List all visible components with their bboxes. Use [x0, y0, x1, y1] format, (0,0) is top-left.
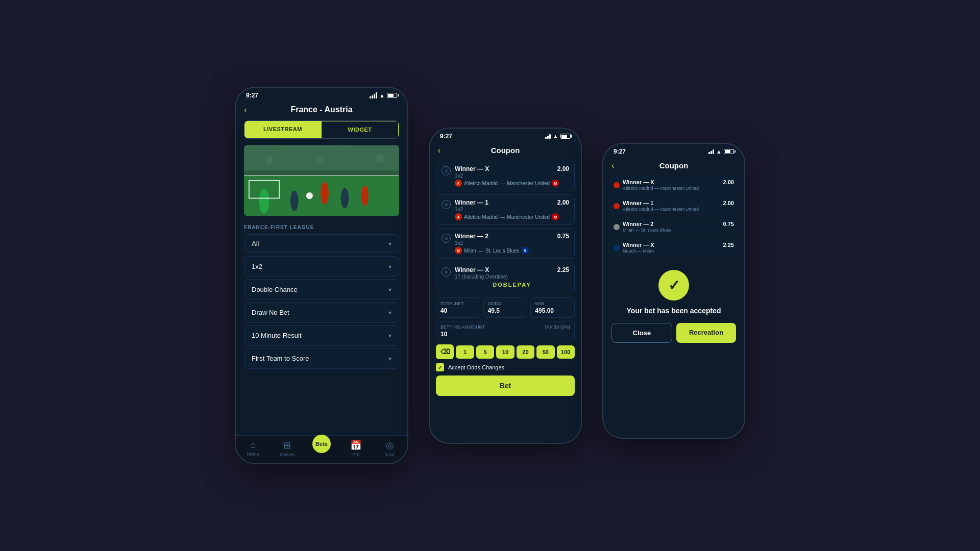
coupon-list-item: Winner — X 2.25 Napoli — Milan — [609, 239, 738, 257]
svg-point-13 — [280, 154, 289, 163]
accordion-item[interactable]: Double Chance▾ — [244, 279, 399, 300]
quick-amounts: ⌫ 1 5 10 20 50 100 — [436, 344, 575, 359]
accordion-item[interactable]: 10 Minute Result▾ — [244, 325, 399, 346]
win-field: WIN 495.00 — [530, 297, 575, 318]
game-image — [244, 145, 399, 216]
accordion-item[interactable]: Draw No Bet▾ — [244, 302, 399, 323]
bet-remove-btn[interactable]: ✕ — [442, 267, 451, 277]
totals-row: Totalbet 40 ODDS 49.5 WIN 495.00 — [436, 297, 575, 318]
team1-dot: A — [455, 180, 462, 187]
accordion-label: Double Chance — [252, 286, 298, 293]
accordion-label: Draw No Bet — [252, 309, 289, 316]
recreation-button[interactable]: Recreation — [676, 323, 736, 343]
accordion-label: First Team to Score — [252, 355, 309, 362]
tab-widget[interactable]: WIDGET — [321, 121, 399, 138]
nav-home[interactable]: ⌂ Home — [236, 440, 270, 457]
bet-item: ✕ Winner — 2 0.75 1x2 M Milan — St. Loui… — [436, 228, 575, 259]
coupon-match-text: Milan — St. Louis Blues — [623, 228, 734, 233]
accordion-item[interactable]: First Team to Score▾ — [244, 348, 399, 369]
coupon-match-text: Atletico Madrid — Manchester United — [623, 207, 734, 212]
bet-odds: 2.00 — [557, 165, 569, 172]
nav-bets[interactable]: Bets — [304, 435, 338, 457]
coupon-dot — [614, 245, 620, 251]
coupon-back-button[interactable]: ‹ — [438, 146, 440, 155]
bet-item: ✕ Winner — X 2.00 1x2 A Atletico Madrid … — [436, 161, 575, 191]
status-bar-1: 9:27 ▲ — [236, 88, 407, 101]
svg-point-12 — [265, 157, 273, 165]
amount-20-btn[interactable]: 20 — [517, 345, 534, 359]
signal-icon — [370, 92, 377, 98]
bet-type: 1? (Including Overtime) — [455, 274, 569, 280]
filter-dropdown[interactable]: All ▾ — [244, 234, 399, 253]
bet-info: Winner — 2 0.75 1x2 M Milan — St. Louis … — [455, 233, 569, 254]
bet-odds: 0.75 — [557, 233, 569, 240]
back-button-1[interactable]: ‹ — [244, 105, 247, 115]
chevron-down-icon: ▾ — [388, 263, 391, 270]
amount-value: 10 — [440, 331, 570, 338]
bet-remove-btn[interactable]: ✕ — [442, 234, 451, 243]
team2-dot: M — [552, 180, 559, 187]
bet-odds: 2.00 — [557, 199, 569, 206]
chevron-down-icon: ▾ — [388, 309, 391, 316]
phone-1: 9:27 ▲ ‹ France - Austria — [235, 87, 408, 464]
bet-info: Winner — 1 2.00 1x2 A Atletico Madrid — … — [455, 199, 569, 220]
time-2: 9:27 — [440, 133, 452, 140]
bet-info: Winner — X 2.00 1x2 A Atletico Madrid — … — [455, 165, 569, 187]
accordion-item[interactable]: 1x2▾ — [244, 256, 399, 277]
bet-remove-btn[interactable]: ✕ — [442, 200, 451, 209]
phone-header-1: ‹ France - Austria — [236, 101, 407, 120]
chevron-down-icon: ▾ — [388, 240, 391, 247]
amount-1-btn[interactable]: 1 — [456, 345, 474, 359]
coupon-list-item: Winner — X 2.00 Atletico Madrid — Manche… — [609, 176, 738, 194]
amount-50-btn[interactable]: 50 — [536, 345, 554, 359]
svg-point-7 — [361, 186, 369, 206]
phone-3: 9:27 ▲ ‹ Coupon — [602, 143, 745, 439]
bet-item: ✕ Winner — X 2.25 1? (Including Overtime… — [436, 262, 575, 294]
coupon-dot — [614, 224, 620, 230]
accept-odds-checkbox[interactable]: ✓ — [436, 363, 444, 371]
close-button[interactable]: Close — [611, 323, 672, 343]
tab-livestream[interactable]: LIVESTREAM — [244, 121, 321, 138]
delete-amount-btn[interactable]: ⌫ — [436, 344, 454, 359]
soccer-field-svg — [244, 145, 399, 216]
totalbet-field: Totalbet 40 — [436, 297, 480, 318]
status-icons-3: ▲ — [708, 148, 734, 155]
team1-dot: A — [455, 213, 462, 220]
amount-10-btn[interactable]: 10 — [496, 345, 514, 359]
coupon-back-button-3[interactable]: ‹ — [611, 161, 614, 170]
coupon-odds: 2.25 — [723, 242, 734, 248]
bet-remove-btn[interactable]: ✕ — [442, 166, 451, 176]
status-bar-2: 9:27 ▲ — [430, 129, 581, 142]
nav-pre[interactable]: 📅 Pre — [339, 440, 373, 457]
coupon-bet-label: Winner — 1 2.00 — [623, 200, 734, 206]
coupon-dot — [614, 203, 620, 209]
svg-point-8 — [259, 188, 270, 213]
tax-label: TAX $0 (0%) — [544, 324, 570, 330]
svg-point-16 — [376, 154, 385, 163]
team2-name: St. Louis Blues — [485, 248, 520, 254]
bet-label: Winner — 1 2.00 — [455, 199, 569, 206]
nav-games-label: Games — [280, 452, 295, 457]
accordion-list: 1x2▾Double Chance▾Draw No Bet▾10 Minute … — [236, 256, 407, 371]
amount-100-btn[interactable]: 100 — [557, 345, 575, 359]
coupon-bet-label: Winner — X 2.25 — [623, 242, 734, 248]
signal-icon-3 — [708, 149, 714, 154]
team2-name: Manchester United — [507, 181, 550, 186]
chevron-down-icon: ▾ — [388, 332, 391, 339]
bet-label: Winner — X 2.00 — [455, 165, 569, 172]
bet-type: 1x2 — [455, 240, 569, 246]
coupon-dot — [614, 182, 620, 188]
bet-accepted-section: ✓ Your bet has been accepted Close Recre… — [603, 260, 744, 351]
nav-live[interactable]: ◎ Live — [373, 440, 407, 457]
bets-circle: Bets — [312, 435, 331, 453]
battery-icon — [387, 93, 397, 98]
status-bar-3: 9:27 ▲ — [603, 144, 744, 157]
bet-items-list: ✕ Winner — X 2.00 1x2 A Atletico Madrid … — [430, 161, 581, 297]
nav-games[interactable]: ⊞ Games — [270, 440, 304, 457]
nav-home-label: Home — [247, 452, 259, 457]
bet-odds: 2.25 — [557, 266, 569, 273]
bet-button[interactable]: Bet — [436, 375, 575, 396]
amount-5-btn[interactable]: 5 — [476, 345, 494, 359]
amount-header: Betting Ammount TAX $0 (0%) — [440, 324, 570, 330]
bet-info: Winner — X 2.25 1? (Including Overtime) … — [455, 266, 569, 290]
